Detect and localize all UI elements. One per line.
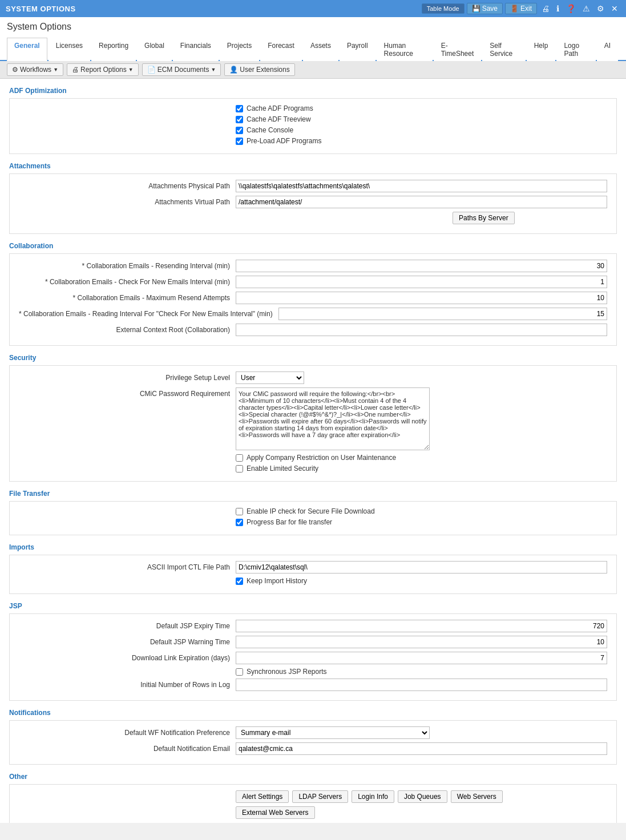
security-section: Security Privilege Setup Level User Admi… <box>9 354 617 482</box>
cache-adf-treeview-checkbox[interactable] <box>236 116 243 123</box>
collab-input-2[interactable] <box>236 276 607 288</box>
report-options-button[interactable]: 🖨 Report Options ▼ <box>67 63 139 76</box>
progress-bar-checkbox[interactable] <box>236 519 243 526</box>
collab-input-3[interactable] <box>236 292 607 304</box>
keep-history-label: Keep Import History <box>247 577 307 585</box>
scroll-area[interactable]: System Options General Licenses Reportin… <box>0 17 626 823</box>
tab-self-service[interactable]: Self Service <box>482 38 525 61</box>
collab-input-5[interactable] <box>236 324 607 336</box>
exit-icon: 🚪 <box>510 5 519 13</box>
toolbar: ⚙ Workflows ▼ 🖨 Report Options ▼ 📄 ECM D… <box>0 61 626 79</box>
settings-icon-button[interactable]: ⚙ <box>595 3 607 14</box>
ip-check-checkbox[interactable] <box>236 508 243 515</box>
help-icon-button[interactable]: ❓ <box>564 3 578 14</box>
attachments-section-body: Attachments Physical Path Attachments Vi… <box>9 173 617 234</box>
tab-general[interactable]: General <box>7 38 47 61</box>
sync-jsp-label: Synchronous JSP Reports <box>247 668 327 676</box>
collab-label-5: External Context Root (Collaboration) <box>19 326 236 334</box>
other-buttons-row-2: External Web Servers <box>236 806 607 819</box>
collab-label-1: * Collaboration Emails - Resending Inter… <box>19 262 236 270</box>
adf-checkbox-row-1: Cache ADF Programs <box>236 104 607 112</box>
security-section-body: Privilege Setup Level User Admin Super A… <box>9 365 617 482</box>
jsp-expiry-input[interactable] <box>236 620 607 632</box>
ecm-documents-button[interactable]: 📄 ECM Documents ▼ <box>142 63 221 76</box>
default-email-input[interactable] <box>236 742 607 755</box>
jsp-warning-row: Default JSP Warning Time <box>19 636 607 648</box>
notifications-header: Notifications <box>9 709 617 717</box>
initial-rows-input[interactable] <box>236 679 607 691</box>
login-info-button[interactable]: Login Info <box>352 790 394 803</box>
workflows-icon: ⚙ <box>12 66 18 74</box>
tab-global[interactable]: Global <box>137 38 172 61</box>
workflows-dropdown-icon: ▼ <box>53 67 58 72</box>
adf-checkboxes: Cache ADF Programs Cache ADF Treeview Ca… <box>236 104 607 145</box>
ecm-icon: 📄 <box>147 66 156 74</box>
limited-security-checkbox[interactable] <box>236 465 243 472</box>
company-restriction-checkbox[interactable] <box>236 454 243 462</box>
tabs-container: General Licenses Reporting Global Financ… <box>0 38 626 61</box>
exit-button[interactable]: 🚪 Exit <box>505 3 537 14</box>
info-icon-button[interactable]: ℹ <box>554 3 562 14</box>
print-icon-button[interactable]: 🖨 <box>539 3 552 14</box>
keep-history-checkbox[interactable] <box>236 578 243 585</box>
adf-checkbox-row-4: Pre-Load ADF Programs <box>236 137 607 145</box>
tab-logo-path[interactable]: Logo Path <box>556 38 595 61</box>
external-web-servers-button[interactable]: External Web Servers <box>236 806 315 819</box>
imports-header: Imports <box>9 543 617 551</box>
initial-rows-label: Initial Number of Rows in Log <box>19 681 236 689</box>
paths-btn-row: Paths By Server <box>19 212 607 224</box>
table-mode-button[interactable]: Table Mode <box>422 3 465 14</box>
tab-etimesheet[interactable]: E-TimeSheet <box>434 38 482 61</box>
cache-console-label: Cache Console <box>247 126 293 134</box>
close-icon-button[interactable]: ✕ <box>609 3 620 14</box>
tab-financials[interactable]: Financials <box>173 38 219 61</box>
user-extensions-button[interactable]: 👤 User Extensions <box>224 63 294 76</box>
download-link-input[interactable] <box>236 652 607 664</box>
workflows-button[interactable]: ⚙ Workflows ▼ <box>7 63 63 76</box>
notifications-section: Notifications Default WF Notification Pr… <box>9 709 617 765</box>
tab-licenses[interactable]: Licenses <box>49 38 90 61</box>
warning-icon-button[interactable]: ⚠ <box>580 3 592 14</box>
attachments-section-header: Attachments <box>9 162 617 170</box>
imports-section: Imports ASCII Import CTL File Path Keep … <box>9 543 617 594</box>
ip-check-label: Enable IP check for Secure File Download <box>247 507 375 515</box>
collab-row-1: * Collaboration Emails - Resending Inter… <box>19 260 607 272</box>
job-queues-button[interactable]: Job Queues <box>398 790 447 803</box>
collab-input-4[interactable] <box>278 308 607 320</box>
password-textarea[interactable]: Your CMiC password will require the foll… <box>236 387 430 450</box>
jsp-warning-input[interactable] <box>236 636 607 648</box>
tab-payroll[interactable]: Payroll <box>340 38 375 61</box>
wf-notif-select[interactable]: Summary e-mail Detailed e-mail None <box>236 726 430 739</box>
file-transfer-body: Enable IP check for Secure File Download… <box>9 501 617 535</box>
preload-adf-programs-checkbox[interactable] <box>236 138 243 145</box>
cache-adf-programs-checkbox[interactable] <box>236 105 243 112</box>
download-link-label: Download Link Expiration (days) <box>19 654 236 662</box>
tab-assets[interactable]: Assets <box>303 38 338 61</box>
tab-ai[interactable]: AI <box>597 38 618 61</box>
title-bar: SYSTEM OPTIONS Table Mode 💾 Save 🚪 Exit … <box>0 0 626 17</box>
page-title: System Options <box>7 22 619 32</box>
tab-help[interactable]: Help <box>527 38 556 61</box>
sync-jsp-checkbox[interactable] <box>236 668 243 676</box>
privilege-select[interactable]: User Admin Super Admin <box>236 371 304 384</box>
limited-security-label: Enable Limited Security <box>247 465 318 472</box>
paths-by-server-button[interactable]: Paths By Server <box>453 212 515 224</box>
tab-human-resource[interactable]: Human Resource <box>377 38 433 61</box>
save-button[interactable]: 💾 Save <box>467 3 503 14</box>
collab-input-1[interactable] <box>236 260 607 272</box>
tab-projects[interactable]: Projects <box>220 38 259 61</box>
physical-path-input[interactable] <box>236 180 607 192</box>
ascii-path-input[interactable] <box>236 561 607 574</box>
ldap-servers-button[interactable]: LDAP Servers <box>292 790 348 803</box>
report-options-dropdown-icon: ▼ <box>128 67 134 72</box>
web-servers-button[interactable]: Web Servers <box>451 790 503 803</box>
collab-label-4: * Collaboration Emails - Reading Interva… <box>19 310 278 318</box>
tab-reporting[interactable]: Reporting <box>91 38 136 61</box>
virtual-path-input[interactable] <box>236 196 607 208</box>
cache-console-checkbox[interactable] <box>236 127 243 134</box>
cache-adf-treeview-label: Cache ADF Treeview <box>247 115 311 123</box>
ft-checkbox-row-2: Progress Bar for file transfer <box>236 518 607 526</box>
adf-section-body: Cache ADF Programs Cache ADF Treeview Ca… <box>9 98 617 154</box>
alert-settings-button[interactable]: Alert Settings <box>236 790 289 803</box>
tab-forecast[interactable]: Forecast <box>260 38 302 61</box>
